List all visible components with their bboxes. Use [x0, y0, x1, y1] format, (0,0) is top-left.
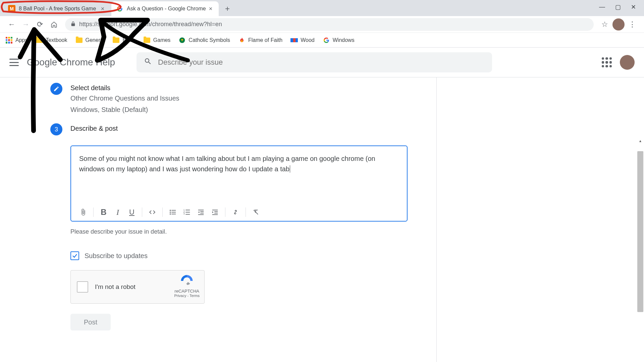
bullet-list-button[interactable]: [167, 206, 179, 218]
account-avatar-button[interactable]: [620, 55, 635, 70]
search-icon: [144, 57, 152, 67]
bookmark-catholic-symbols[interactable]: Catholic Symbols: [178, 37, 230, 44]
editor-toolbar: B I U 123: [71, 203, 407, 221]
recaptcha-checkbox[interactable]: [77, 281, 88, 293]
svg-rect-11: [185, 212, 190, 213]
minimize-icon[interactable]: —: [599, 3, 605, 11]
svg-point-1: [170, 210, 171, 211]
clear-format-button[interactable]: [250, 206, 262, 218]
globe-icon: [178, 37, 186, 44]
bookmark-games[interactable]: Games: [143, 37, 171, 44]
bookmark-textbook[interactable]: Textbook: [36, 37, 67, 44]
search-box[interactable]: [137, 52, 492, 72]
svg-rect-4: [171, 210, 176, 211]
svg-rect-15: [200, 213, 204, 214]
svg-rect-18: [214, 211, 218, 212]
content-sidebar: [437, 77, 644, 362]
google-g-icon: [323, 37, 330, 44]
bookmark-label: Games: [153, 37, 171, 43]
bookmark-flame-of-faith[interactable]: Flame of Faith: [238, 37, 282, 44]
content-wrap: Select details Other Chrome Questions an…: [0, 77, 644, 362]
browser-menu-button[interactable]: ⋮: [626, 18, 639, 31]
close-icon[interactable]: ×: [207, 5, 214, 12]
svg-rect-20: [212, 214, 218, 215]
outdent-button[interactable]: [195, 206, 207, 218]
editor-hint: Please describe your issue in detail.: [70, 228, 436, 235]
step-title: Describe & post: [70, 125, 118, 132]
google-apps-button[interactable]: [602, 57, 612, 67]
close-icon[interactable]: ×: [99, 5, 106, 12]
bookmark-label: Wood: [301, 37, 315, 43]
home-button[interactable]: [48, 18, 60, 31]
step-subtitle-line1: Other Chrome Questions and Issues: [70, 93, 179, 103]
indent-button[interactable]: [209, 206, 221, 218]
menu-hamburger-button[interactable]: [9, 59, 19, 66]
svg-rect-10: [185, 210, 190, 210]
bookmark-extra[interactable]: Extra: [112, 37, 135, 44]
bookmark-windows[interactable]: Windows: [323, 37, 355, 44]
svg-rect-14: [200, 211, 204, 212]
folder-icon: [36, 37, 43, 44]
code-button[interactable]: [146, 206, 158, 218]
browser-tab-strip: M 8 Ball Pool - A free Sports Game × Ask…: [0, 0, 644, 16]
step-select-details[interactable]: Select details Other Chrome Questions an…: [50, 83, 436, 115]
search-input[interactable]: [158, 58, 485, 67]
svg-rect-19: [214, 213, 218, 214]
edit-icon: [50, 83, 62, 95]
recaptcha-logo-icon: [180, 274, 194, 288]
scrollbar-thumb[interactable]: [637, 151, 643, 312]
numbered-list-button[interactable]: 123: [181, 206, 193, 218]
svg-point-2: [170, 212, 171, 213]
close-window-icon[interactable]: ✕: [631, 3, 636, 11]
page-title: Google Chrome Help: [27, 57, 115, 68]
svg-rect-12: [185, 214, 190, 215]
back-button[interactable]: ←: [5, 18, 18, 31]
scroll-up-icon[interactable]: ▴: [637, 138, 643, 144]
folder-icon: [75, 37, 83, 44]
bookmark-general[interactable]: General: [75, 37, 105, 44]
svg-rect-6: [171, 214, 176, 215]
subscribe-row: Subscribe to updates: [70, 251, 436, 260]
toolbar-separator: [246, 207, 246, 217]
bold-button[interactable]: B: [98, 206, 110, 218]
reload-button[interactable]: ⟳: [34, 18, 46, 31]
window-controls: — ▢ ✕: [591, 0, 644, 14]
toolbar-separator: [162, 207, 163, 217]
address-bar[interactable]: https://support.google.com/chrome/thread…: [65, 18, 594, 31]
underline-button[interactable]: U: [126, 206, 138, 218]
editor-textarea[interactable]: Some of you might not know what I am tal…: [71, 146, 407, 203]
profile-avatar-button[interactable]: [612, 18, 625, 31]
recaptcha-label: I'm not a robot: [95, 283, 136, 291]
tab-title: 8 Ball Pool - A free Sports Game: [19, 6, 99, 12]
content-main: Select details Other Chrome Questions an…: [0, 77, 437, 362]
post-button[interactable]: Post: [70, 314, 111, 330]
browser-tab-1[interactable]: Ask a Question - Google Chrome ×: [111, 1, 219, 16]
bookmark-wood[interactable]: Wood: [290, 37, 315, 44]
attach-button[interactable]: [77, 206, 89, 218]
scrollbar[interactable]: ▴: [637, 138, 643, 362]
issue-editor[interactable]: Some of you might not know what I am tal…: [70, 145, 408, 222]
new-tab-button[interactable]: +: [221, 3, 233, 15]
svg-rect-13: [198, 210, 204, 210]
editor-content: Some of you might not know what I am tal…: [79, 155, 375, 173]
subscribe-checkbox[interactable]: [70, 251, 79, 260]
recaptcha-links[interactable]: Privacy - Terms: [174, 294, 200, 298]
bookmark-apps[interactable]: Apps: [5, 37, 28, 44]
bookmark-label: Textbook: [46, 37, 67, 43]
italic-button[interactable]: I: [112, 206, 124, 218]
maximize-icon[interactable]: ▢: [615, 3, 621, 11]
bookmark-label: Windows: [333, 37, 355, 43]
forward-button[interactable]: →: [19, 18, 32, 31]
bookmark-label: General: [86, 37, 105, 43]
step-title: Select details: [70, 84, 179, 92]
recaptcha-widget: I'm not a robot reCAPTCHA Privacy - Term…: [70, 270, 205, 304]
address-bar-row: ← → ⟳ https://support.google.com/chrome/…: [0, 16, 644, 33]
folder-icon: [143, 37, 151, 44]
bookmark-star-button[interactable]: ☆: [598, 18, 611, 31]
apps-grid-icon: [5, 37, 13, 44]
url-text: https://support.google.com/chrome/thread…: [79, 21, 222, 28]
step-describe-post: 3 Describe & post: [50, 123, 436, 135]
link-button[interactable]: [229, 206, 241, 218]
lock-icon: [70, 21, 76, 28]
browser-tab-0[interactable]: M 8 Ball Pool - A free Sports Game ×: [3, 1, 111, 16]
